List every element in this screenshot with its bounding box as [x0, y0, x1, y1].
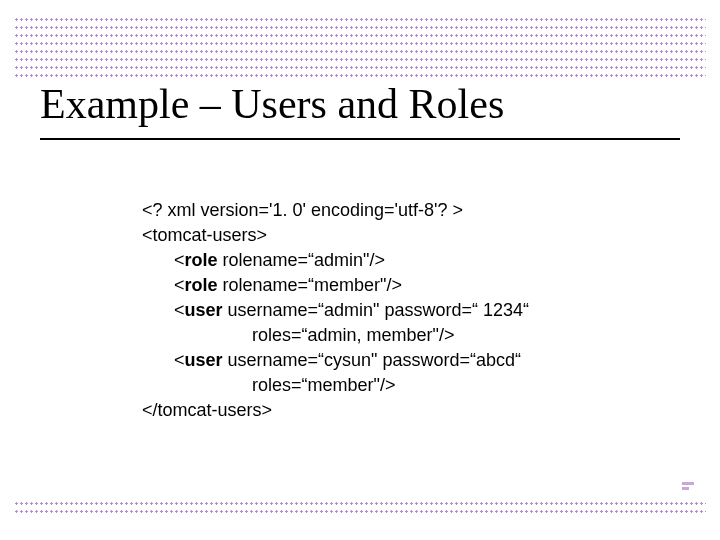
top-dotted-rules	[14, 18, 706, 82]
code-line: roles=“admin, member"/>	[142, 323, 529, 348]
code-text: rolename=“admin"/>	[218, 250, 385, 270]
dotted-line	[14, 58, 706, 61]
code-text: <	[174, 300, 185, 320]
code-bold: user	[185, 350, 223, 370]
code-text: <	[174, 275, 185, 295]
code-text: <	[174, 350, 185, 370]
dotted-line	[14, 50, 706, 53]
dotted-line	[14, 510, 706, 513]
title-underline	[40, 138, 680, 140]
code-bold: role	[185, 250, 218, 270]
code-text: username=“cysun" password=“abcd“	[223, 350, 522, 370]
slide: Example – Users and Roles <? xml version…	[0, 0, 720, 540]
dotted-line	[14, 74, 706, 77]
dotted-line	[14, 502, 706, 505]
code-block: <? xml version='1. 0' encoding='utf-8'? …	[142, 198, 529, 423]
dotted-line	[14, 26, 706, 29]
title-block: Example – Users and Roles	[40, 80, 680, 140]
code-text: username=“admin" password=“ 1234“	[223, 300, 530, 320]
code-line: <? xml version='1. 0' encoding='utf-8'? …	[142, 198, 529, 223]
code-text: rolename=“member"/>	[218, 275, 402, 295]
dotted-line	[14, 42, 706, 45]
code-text: <	[174, 250, 185, 270]
code-line: </tomcat-users>	[142, 398, 529, 423]
dotted-line	[14, 66, 706, 69]
code-line: roles=“member"/>	[142, 373, 529, 398]
bottom-dotted-rules	[14, 502, 706, 518]
corner-accent-icon	[682, 478, 696, 492]
dotted-line	[14, 18, 706, 21]
code-line: <role rolename=“member"/>	[142, 273, 529, 298]
code-line: <tomcat-users>	[142, 223, 529, 248]
dotted-line	[14, 34, 706, 37]
code-bold: role	[185, 275, 218, 295]
code-line: <role rolename=“admin"/>	[142, 248, 529, 273]
code-line: <user username=“cysun" password=“abcd“	[142, 348, 529, 373]
code-bold: user	[185, 300, 223, 320]
slide-title: Example – Users and Roles	[40, 80, 680, 128]
code-line: <user username=“admin" password=“ 1234“	[142, 298, 529, 323]
